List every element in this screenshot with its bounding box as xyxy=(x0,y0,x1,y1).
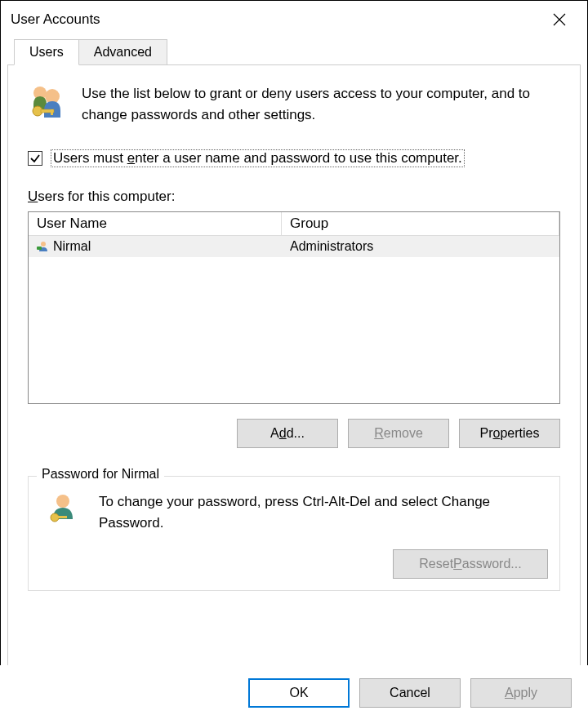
users-keys-icon xyxy=(28,82,67,121)
must-enter-checkbox[interactable] xyxy=(28,151,42,166)
cell-username-text: Nirmal xyxy=(53,239,91,254)
password-instruction-text: To change your password, press Ctrl-Alt-… xyxy=(99,491,548,535)
column-header-group[interactable]: Group xyxy=(282,212,559,235)
properties-button[interactable]: Properties xyxy=(459,419,560,448)
close-button[interactable] xyxy=(541,7,577,33)
cancel-button[interactable]: Cancel xyxy=(359,678,461,708)
svg-rect-6 xyxy=(37,247,42,250)
column-header-username[interactable]: User Name xyxy=(29,212,282,235)
users-list-label: Users for this computer: xyxy=(28,189,560,205)
cell-group: Administrators xyxy=(282,238,559,255)
table-row[interactable]: Nirmal Administrators xyxy=(29,236,559,257)
dialog-title: User Accounts xyxy=(11,11,100,28)
tab-advanced[interactable]: Advanced xyxy=(78,39,167,65)
apply-button: Apply xyxy=(470,678,572,708)
title-bar: User Accounts xyxy=(1,1,587,38)
svg-rect-4 xyxy=(51,109,53,115)
ok-button[interactable]: OK xyxy=(248,678,350,708)
remove-button: Remove xyxy=(348,419,449,448)
password-groupbox: Password for Nirmal To change your passw… xyxy=(28,476,560,591)
must-enter-label: Users must enter a user name and passwor… xyxy=(51,149,465,167)
user-icon xyxy=(37,240,50,253)
svg-point-5 xyxy=(41,242,46,247)
intro-text: Use the list below to grant or deny user… xyxy=(82,82,560,125)
tab-strip: Users Advanced xyxy=(7,39,581,65)
checkmark-icon xyxy=(29,153,41,164)
password-groupbox-label: Password for Nirmal xyxy=(37,467,164,482)
tab-users[interactable]: Users xyxy=(14,39,79,65)
tab-content-users: Use the list below to grant or deny user… xyxy=(7,64,581,677)
user-buttons-row: Add... Remove Properties xyxy=(28,419,560,448)
svg-point-7 xyxy=(56,495,69,508)
dialog-footer: OK Cancel Apply xyxy=(0,665,588,724)
svg-rect-9 xyxy=(57,516,67,518)
add-button[interactable]: Add... xyxy=(237,419,338,448)
users-listview[interactable]: User Name Group Nirmal Administrators xyxy=(28,211,560,404)
reset-password-button: Reset Password... xyxy=(393,549,548,579)
cell-username: Nirmal xyxy=(29,238,282,255)
user-key-icon xyxy=(47,491,79,524)
users-list-header: User Name Group xyxy=(29,212,559,236)
close-icon xyxy=(553,13,566,26)
